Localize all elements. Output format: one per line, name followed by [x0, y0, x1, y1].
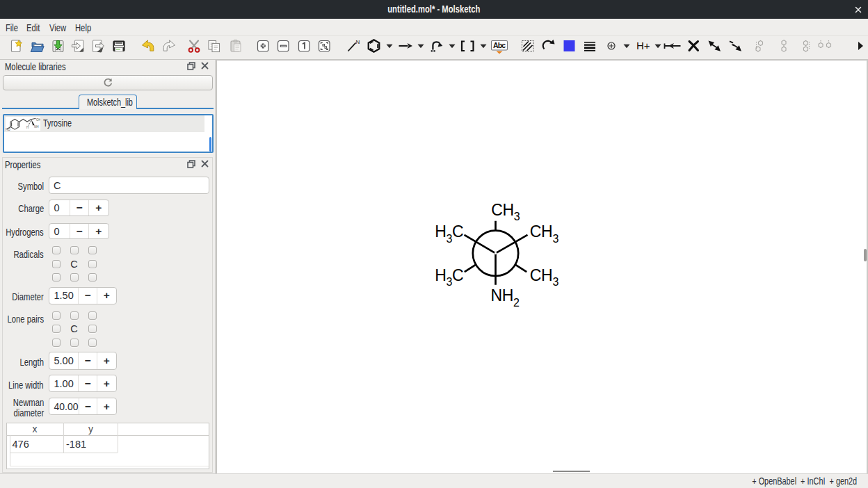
svg-text:H3C: H3C: [435, 266, 463, 288]
svg-text:H: H: [26, 125, 29, 129]
svg-text:OH: OH: [36, 117, 40, 121]
svg-text:H3C: H3C: [435, 222, 463, 245]
svg-text:CH3: CH3: [530, 222, 559, 245]
svg-text:NH2: NH2: [490, 286, 520, 309]
svg-text:HO: HO: [6, 127, 10, 131]
svg-text:NH: NH: [34, 125, 39, 129]
svg-text:CH3: CH3: [491, 201, 520, 223]
svg-text:N: N: [356, 39, 360, 45]
svg-text:CH3: CH3: [530, 266, 559, 288]
svg-text:Abc: Abc: [493, 41, 506, 49]
svg-text:H+: H+: [636, 40, 650, 51]
